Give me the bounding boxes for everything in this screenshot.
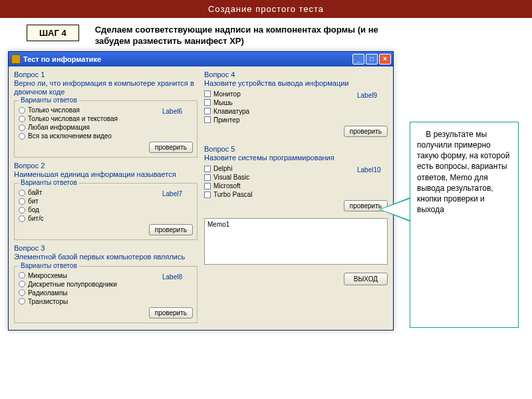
radio-icon bbox=[19, 272, 25, 279]
groupbox-legend: Варианты ответов bbox=[19, 96, 79, 104]
radio-icon bbox=[19, 124, 25, 131]
exit-button[interactable]: ВЫХОД bbox=[344, 273, 388, 285]
q3-opt-4[interactable]: Транзисторы bbox=[19, 298, 158, 305]
q2-result-label: Label7 bbox=[158, 189, 193, 198]
q2-opt-1[interactable]: байт bbox=[19, 189, 158, 196]
q2-check-button[interactable]: проверить bbox=[149, 224, 193, 235]
q4-check-button[interactable]: проверить bbox=[344, 126, 388, 137]
checkbox-icon bbox=[204, 192, 211, 198]
q1-result-label: Label6 bbox=[158, 106, 193, 115]
q1-opt-2[interactable]: Только числовая и текстовая bbox=[19, 115, 158, 122]
question-4: Вопрос 4 Назовите устройства вывода инфо… bbox=[204, 70, 388, 137]
q4-opt-1[interactable]: Монитор bbox=[204, 90, 353, 98]
q1-text: Верно ли, что информация в компьютере хр… bbox=[14, 79, 198, 96]
callout-box: В результате мы получили примерно такую … bbox=[410, 122, 519, 328]
q2-groupbox: Варианты ответов байт бит бод бит/с Labe… bbox=[14, 183, 198, 240]
groupbox-legend: Варианты ответов bbox=[19, 179, 79, 186]
q4-opt-2[interactable]: Мышь bbox=[204, 99, 353, 106]
app-icon bbox=[11, 55, 21, 64]
callout-pointer-icon bbox=[379, 198, 410, 221]
radio-icon bbox=[19, 190, 25, 196]
memo-output[interactable]: Memo1 bbox=[204, 218, 388, 265]
callout-text: В результате мы получили примерно такую … bbox=[417, 130, 512, 214]
app-window: Тест по информатике _ □ × Вопрос 1 Верно… bbox=[8, 51, 394, 331]
q4-opt-3[interactable]: Клавиатура bbox=[204, 108, 353, 115]
q3-opt-3[interactable]: Радиолампы bbox=[19, 289, 158, 297]
q2-opt-2[interactable]: бит bbox=[19, 198, 158, 205]
step-instruction: Сделаем соответствующие надписи на компо… bbox=[95, 25, 394, 47]
q5-opt-3[interactable]: Microsoft bbox=[204, 182, 353, 190]
radio-icon bbox=[19, 198, 25, 205]
q1-opt-3[interactable]: Любая информация bbox=[19, 124, 158, 131]
q1-opt-1[interactable]: Только числовая bbox=[19, 106, 158, 114]
q4-title: Вопрос 4 bbox=[204, 70, 388, 78]
q3-opt-2[interactable]: Дискретные полупроводники bbox=[19, 281, 158, 288]
radio-icon bbox=[19, 107, 25, 114]
q5-opt-4[interactable]: Turbo Pascal bbox=[204, 191, 353, 198]
question-5: Вопрос 5 Назовите системы программирован… bbox=[204, 145, 388, 211]
q2-opt-4[interactable]: бит/с bbox=[19, 215, 158, 222]
q5-result-label: Label10 bbox=[353, 165, 388, 174]
q3-groupbox: Варианты ответов Микросхемы Дискретные п… bbox=[14, 266, 198, 323]
question-3: Вопрос 3 Элементной базой первых компьют… bbox=[14, 244, 198, 323]
q3-check-button[interactable]: проверить bbox=[149, 307, 193, 319]
checkbox-icon bbox=[204, 99, 211, 106]
checkbox-icon bbox=[204, 166, 211, 172]
minimize-button[interactable]: _ bbox=[352, 54, 364, 65]
titlebar[interactable]: Тест по информатике _ □ × bbox=[9, 52, 393, 66]
q3-opt-1[interactable]: Микросхемы bbox=[19, 272, 158, 279]
step-row: ШАГ 4 Сделаем соответствующие надписи на… bbox=[0, 18, 532, 51]
checkbox-icon bbox=[204, 183, 211, 190]
radio-icon bbox=[19, 289, 25, 296]
checkbox-icon bbox=[204, 116, 211, 123]
q5-opt-1[interactable]: Delphi bbox=[204, 165, 353, 172]
maximize-button[interactable]: □ bbox=[366, 54, 378, 65]
groupbox-legend: Варианты ответов bbox=[19, 262, 79, 269]
radio-icon bbox=[19, 281, 25, 287]
q4-result-label: Label9 bbox=[353, 90, 388, 99]
question-2: Вопрос 2 Наименьшая единица информации н… bbox=[14, 162, 198, 240]
q1-title: Вопрос 1 bbox=[14, 70, 198, 78]
q3-title: Вопрос 3 bbox=[14, 244, 198, 252]
q3-text: Элементной базой первых компьютеров явля… bbox=[14, 253, 198, 261]
slide-title: Создание простого теста bbox=[0, 0, 532, 18]
q1-groupbox: Варианты ответов Только числовая Только … bbox=[14, 100, 198, 158]
q4-opt-4[interactable]: Принтер bbox=[204, 116, 353, 124]
radio-icon bbox=[19, 215, 25, 222]
close-button[interactable]: × bbox=[379, 54, 391, 65]
q2-opt-3[interactable]: бод bbox=[19, 206, 158, 213]
q3-result-label: Label8 bbox=[158, 272, 193, 281]
q2-title: Вопрос 2 bbox=[14, 162, 198, 170]
q1-opt-4[interactable]: Вся за исключением видео bbox=[19, 132, 158, 140]
question-1: Вопрос 1 Верно ли, что информация в комп… bbox=[14, 70, 198, 158]
step-badge: ШАГ 4 bbox=[27, 25, 79, 41]
checkbox-icon bbox=[204, 108, 211, 114]
q5-title: Вопрос 5 bbox=[204, 145, 388, 153]
radio-icon bbox=[19, 298, 25, 305]
q5-opt-2[interactable]: Visual Basic bbox=[204, 174, 353, 181]
q1-check-button[interactable]: проверить bbox=[149, 142, 193, 153]
radio-icon bbox=[19, 116, 25, 122]
radio-icon bbox=[19, 133, 25, 140]
q4-text: Назовите устройства вывода информации bbox=[204, 79, 388, 88]
q2-text: Наименьшая единица информации называется bbox=[14, 170, 198, 179]
window-title: Тест по информатике bbox=[23, 55, 101, 63]
checkbox-icon bbox=[204, 174, 211, 181]
radio-icon bbox=[19, 207, 25, 213]
q5-text: Назовите системы программирования bbox=[204, 154, 388, 162]
checkbox-icon bbox=[204, 90, 211, 97]
